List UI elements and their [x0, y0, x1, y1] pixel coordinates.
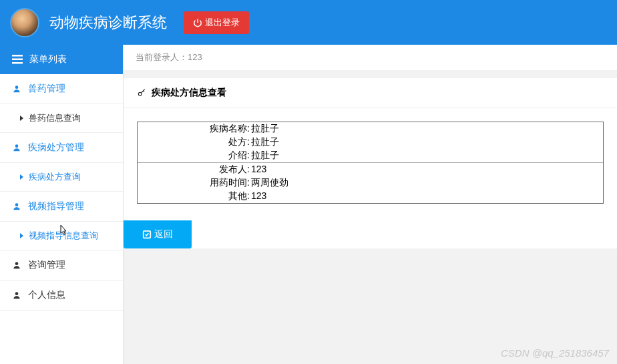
caret-right-icon [20, 174, 23, 180]
power-icon [193, 18, 202, 27]
app-title: 动物疾病诊断系统 [49, 13, 167, 33]
sidebar-item-label: 兽药管理 [28, 83, 65, 95]
sidebar-item-1[interactable]: 疾病处方管理 [0, 133, 123, 163]
detail-label: 处方: [138, 136, 251, 148]
login-prefix: 当前登录人： [136, 52, 188, 62]
svg-point-5 [15, 144, 19, 148]
login-user: 123 [188, 52, 202, 62]
svg-point-6 [15, 203, 19, 206]
sidebar-subitem-1-0[interactable]: 疾病处方查询 [0, 163, 123, 192]
key-icon [137, 88, 146, 98]
svg-point-8 [15, 292, 19, 295]
detail-value: 拉肚子 [251, 136, 603, 148]
sidebar-subitem-label: 兽药信息查询 [29, 112, 81, 124]
detail-label: 用药时间: [138, 177, 251, 189]
detail-row: 用药时间:两周使劲 [138, 176, 603, 190]
list-icon [12, 55, 23, 64]
svg-point-4 [15, 85, 19, 89]
sidebar-item-label: 疾病处方管理 [28, 142, 84, 154]
main-content: 当前登录人：123 疾病处方信息查看 疾病名称:拉肚子处方:拉肚子介绍:拉肚子发… [124, 45, 617, 364]
caret-right-icon [20, 116, 23, 121]
detail-label: 其他: [138, 190, 251, 202]
caret-right-icon [20, 233, 23, 238]
sidebar-item-0[interactable]: 兽药管理 [0, 74, 123, 104]
avatar[interactable] [10, 8, 39, 37]
detail-panel: 疾病处方信息查看 疾病名称:拉肚子处方:拉肚子介绍:拉肚子发布人:123用药时间… [124, 78, 617, 248]
detail-value: 拉肚子 [251, 150, 603, 162]
svg-rect-1 [12, 55, 23, 57]
back-button[interactable]: 返回 [124, 220, 192, 248]
detail-row: 其他:123 [138, 190, 603, 203]
panel-title: 疾病处方信息查看 [124, 78, 617, 108]
login-status-bar: 当前登录人：123 [124, 45, 617, 70]
detail-label: 介绍: [138, 150, 251, 162]
user-icon [12, 84, 21, 94]
detail-value: 两周使劲 [251, 177, 603, 189]
sidebar-item-label: 个人信息 [28, 289, 65, 301]
sidebar-item-2[interactable]: 视频指导管理 [0, 192, 123, 222]
app-header: 动物疾病诊断系统 退出登录 [0, 0, 617, 45]
user-icon [12, 260, 21, 270]
sidebar-subitem-label: 疾病处方查询 [29, 171, 81, 183]
sidebar-item-label: 咨询管理 [28, 259, 65, 271]
sidebar-subitem-0-0[interactable]: 兽药信息查询 [0, 104, 123, 133]
sidebar-subitem-2-0[interactable]: 视频指导信息查询 [0, 222, 123, 250]
detail-row: 发布人:123 [138, 162, 603, 176]
detail-value: 123 [251, 164, 603, 176]
menu-header-label: 菜单列表 [29, 53, 67, 65]
sidebar-item-4[interactable]: 个人信息 [0, 281, 123, 311]
logout-button[interactable]: 退出登录 [184, 11, 249, 34]
detail-label: 发布人: [138, 164, 251, 176]
back-label: 返回 [154, 228, 173, 240]
sidebar-subitem-label: 视频指导信息查询 [29, 230, 98, 242]
detail-row: 处方:拉肚子 [138, 136, 603, 149]
detail-value: 123 [251, 190, 603, 202]
sidebar: 菜单列表 兽药管理兽药信息查询疾病处方管理疾病处方查询视频指导管理视频指导信息查… [0, 45, 124, 364]
menu-header: 菜单列表 [0, 45, 123, 74]
svg-point-9 [138, 92, 142, 96]
svg-point-7 [15, 262, 19, 265]
detail-row: 疾病名称:拉肚子 [138, 122, 603, 136]
detail-value: 拉肚子 [251, 123, 603, 135]
detail-table: 疾病名称:拉肚子处方:拉肚子介绍:拉肚子发布人:123用药时间:两周使劲其他:1… [137, 122, 604, 204]
user-icon [12, 291, 21, 300]
sidebar-item-3[interactable]: 咨询管理 [0, 250, 123, 281]
logout-label: 退出登录 [205, 17, 240, 29]
svg-rect-2 [12, 59, 23, 61]
sidebar-item-label: 视频指导管理 [28, 200, 84, 212]
svg-rect-3 [12, 62, 23, 64]
user-icon [12, 143, 21, 152]
detail-label: 疾病名称: [138, 123, 251, 135]
user-icon [12, 202, 21, 211]
check-icon [142, 230, 152, 239]
detail-row: 介绍:拉肚子 [138, 149, 603, 162]
